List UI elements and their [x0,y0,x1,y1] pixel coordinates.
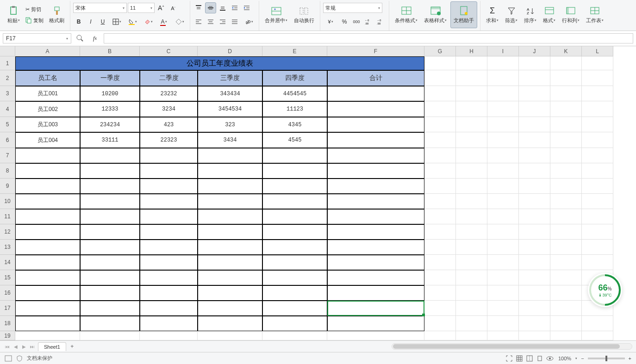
cell[interactable] [198,301,262,316]
cell[interactable] [424,70,456,86]
column-header[interactable]: A [15,46,80,56]
cell[interactable] [424,224,456,240]
cell[interactable] [582,163,613,179]
format-button[interactable]: 格式▾ [540,1,558,28]
cell[interactable] [262,301,327,316]
cell[interactable] [456,86,487,101]
cell[interactable] [519,270,550,285]
cell[interactable] [424,86,456,101]
cell[interactable] [424,209,456,224]
number-format-combo[interactable]: 常规▾ [323,3,382,13]
cell[interactable] [327,224,424,240]
cell[interactable] [262,331,327,340]
row-header[interactable]: 17 [0,301,15,316]
cell[interactable] [550,179,582,194]
cell[interactable] [262,163,327,179]
cell[interactable] [198,194,262,209]
font-size-combo[interactable]: 11▾ [128,3,155,13]
cell[interactable]: 员工004 [15,132,80,148]
cell[interactable] [424,285,456,301]
row-col-button[interactable]: 行和列▾ [559,1,582,28]
row-header[interactable]: 6 [0,132,15,148]
sheet-next-button[interactable]: ▶ [20,343,28,350]
cell[interactable] [456,194,487,209]
cell[interactable] [519,101,550,117]
decrease-decimal-button[interactable]: →0.00 [375,16,386,27]
cell[interactable] [140,209,198,224]
cell[interactable] [140,301,198,316]
cell[interactable] [15,270,80,285]
decrease-font-button[interactable]: A- [168,2,179,13]
cell[interactable] [550,240,582,255]
cell[interactable] [582,224,613,240]
cell[interactable] [140,331,198,340]
column-header[interactable]: I [487,46,519,56]
cell[interactable] [582,132,613,148]
cell[interactable] [456,240,487,255]
row-header[interactable]: 12 [0,224,15,240]
decrease-indent-button[interactable] [229,2,240,13]
cell[interactable] [487,163,519,179]
justify-button[interactable] [229,16,240,27]
row-header[interactable]: 4 [0,101,15,117]
system-gauge[interactable]: 66% 🌡39°C [588,273,622,307]
cell[interactable]: 423 [140,117,198,132]
row-header[interactable]: 7 [0,148,15,163]
cell[interactable] [15,240,80,255]
cell[interactable] [582,194,613,209]
cell[interactable] [519,255,550,270]
sum-button[interactable]: Σ求和▾ [483,1,501,28]
cell[interactable] [198,148,262,163]
cell[interactable] [550,56,582,70]
cell[interactable] [519,132,550,148]
cell[interactable] [15,179,80,194]
cell[interactable] [487,56,519,70]
row-header[interactable]: 19 [0,331,15,340]
paste-button[interactable]: 粘贴▾ [5,1,23,28]
cell[interactable] [550,117,582,132]
cell[interactable] [550,270,582,285]
cell[interactable] [582,255,613,270]
cell[interactable] [582,316,613,331]
column-header[interactable]: J [519,46,550,56]
underline-button[interactable]: U [97,16,108,27]
cell[interactable] [140,163,198,179]
cell[interactable] [456,285,487,301]
cell[interactable] [519,285,550,301]
border-button[interactable]: ▾ [109,16,124,27]
worksheet-button[interactable]: 工作表▾ [583,1,606,28]
cell[interactable] [327,132,424,148]
cell[interactable] [550,209,582,224]
cell[interactable]: 33111 [80,132,140,148]
italic-button[interactable]: I [85,16,96,27]
cell[interactable] [140,255,198,270]
cell[interactable] [80,148,140,163]
cell[interactable] [424,331,456,340]
cell[interactable] [262,255,327,270]
row-header[interactable]: 3 [0,86,15,101]
cell[interactable] [487,285,519,301]
cell[interactable] [519,86,550,101]
normal-view-button[interactable] [515,354,524,363]
cell[interactable] [80,209,140,224]
cell[interactable]: 三季度 [198,70,262,86]
cell[interactable] [550,86,582,101]
cell[interactable] [487,224,519,240]
cell[interactable] [424,148,456,163]
cell[interactable] [519,224,550,240]
cell[interactable] [456,209,487,224]
cell[interactable] [582,179,613,194]
row-header[interactable]: 9 [0,179,15,194]
cell[interactable] [519,194,550,209]
cell[interactable] [424,240,456,255]
row-header[interactable]: 14 [0,255,15,270]
column-header[interactable]: G [424,46,456,56]
cell[interactable] [456,316,487,331]
align-right-button[interactable] [217,16,228,27]
cell[interactable] [15,224,80,240]
cell[interactable]: 员工001 [15,86,80,101]
cell[interactable] [424,316,456,331]
cut-button[interactable]: ✂剪切 [24,4,45,14]
cell[interactable] [456,301,487,316]
conditional-format-button[interactable]: 条件格式▾ [392,1,420,28]
